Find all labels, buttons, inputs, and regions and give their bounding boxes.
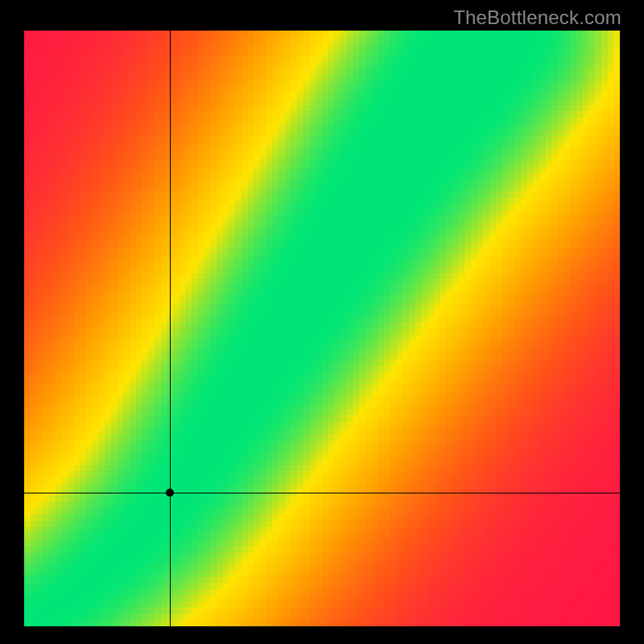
crosshair-horizontal bbox=[24, 493, 620, 493]
data-point-marker bbox=[166, 489, 174, 497]
plot-area bbox=[24, 31, 620, 626]
crosshair-vertical bbox=[170, 31, 171, 626]
heatmap-canvas bbox=[24, 31, 620, 626]
chart-stage: TheBottleneck.com bbox=[0, 0, 644, 644]
watermark-text: TheBottleneck.com bbox=[453, 6, 621, 29]
